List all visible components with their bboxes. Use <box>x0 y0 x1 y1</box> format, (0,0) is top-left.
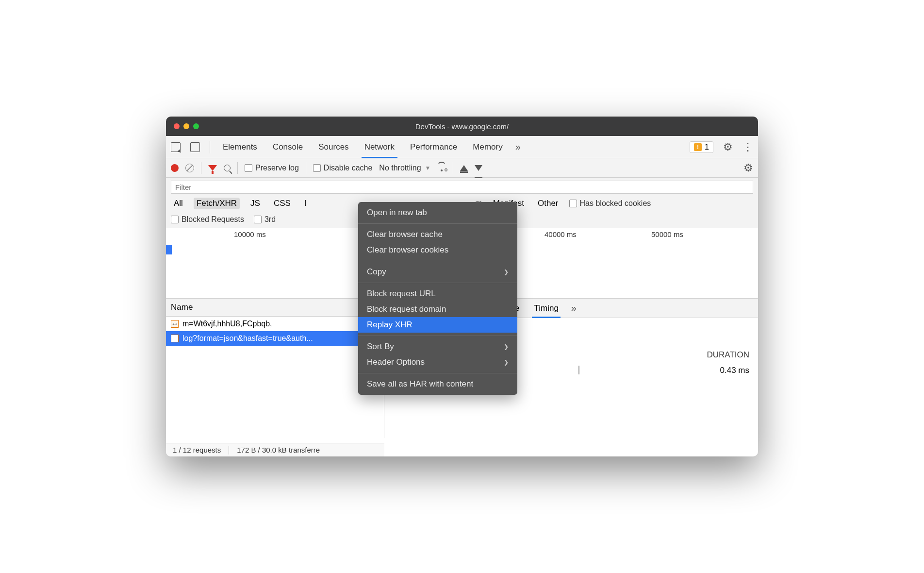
more-tabs-icon[interactable]: » <box>515 141 521 152</box>
menu-sort-by[interactable]: Sort By ❯ <box>358 339 517 354</box>
throttling-select[interactable]: No throttling ▼ <box>379 164 430 172</box>
window-title: DevTools - www.google.com/ <box>415 122 509 131</box>
request-row[interactable]: ↔ m=Wt6vjf,hhhU8,FCpbqb, <box>166 317 384 331</box>
titlebar: DevTools - www.google.com/ <box>166 117 758 136</box>
network-settings-icon[interactable]: ⚙ <box>743 162 753 174</box>
more-detail-tabs-icon[interactable]: » <box>571 303 577 314</box>
network-conditions-icon[interactable]: ⚙ <box>437 165 446 171</box>
preserve-log-checkbox[interactable]: Preserve log <box>245 164 299 172</box>
duration-label: DURATION <box>707 350 749 360</box>
chevron-right-icon: ❯ <box>504 269 509 275</box>
filter-input[interactable] <box>171 181 753 194</box>
chevron-down-icon: ▼ <box>425 165 431 171</box>
close-window-button[interactable] <box>174 123 180 129</box>
filter-js[interactable]: JS <box>248 198 263 209</box>
search-icon[interactable] <box>224 165 231 171</box>
traffic-lights <box>174 123 199 129</box>
disable-cache-checkbox[interactable]: Disable cache <box>313 164 373 172</box>
record-button[interactable] <box>171 164 179 172</box>
context-menu: Open in new tab Clear browser cache Clea… <box>358 202 517 395</box>
issues-badge[interactable]: ! 1 <box>690 141 713 153</box>
request-list-pane: Name ↔ m=Wt6vjf,hhhU8,FCpbqb, log?format… <box>166 299 384 438</box>
request-type-icon <box>171 335 179 342</box>
menu-open-new-tab[interactable]: Open in new tab <box>358 205 517 220</box>
menu-header-options[interactable]: Header Options ❯ <box>358 354 517 370</box>
chevron-right-icon: ❯ <box>504 343 509 350</box>
issues-count: 1 <box>705 143 709 152</box>
checkbox-icon <box>171 216 179 223</box>
request-row-selected[interactable]: log?format=json&hasfast=true&auth... <box>166 331 384 346</box>
time-label-50000: 50000 ms <box>651 230 683 238</box>
tab-elements[interactable]: Elements <box>220 137 260 157</box>
time-label-10000: 10000 ms <box>234 230 266 238</box>
kebab-menu-icon[interactable]: ⋮ <box>742 141 753 153</box>
third-party-label: 3rd <box>264 215 276 224</box>
devtools-window: DevTools - www.google.com/ Elements Cons… <box>166 117 758 456</box>
tab-console[interactable]: Console <box>270 137 306 157</box>
chevron-right-icon: ❯ <box>504 359 509 366</box>
request-type-icon: ↔ <box>171 320 179 328</box>
filter-img-truncated[interactable]: I <box>301 198 310 209</box>
separator <box>210 141 210 153</box>
request-name: m=Wt6vjf,hhhU8,FCpbqb, <box>182 320 272 328</box>
settings-icon[interactable]: ⚙ <box>723 141 733 153</box>
menu-copy[interactable]: Copy ❯ <box>358 264 517 280</box>
name-column-header[interactable]: Name <box>166 299 384 317</box>
filter-other[interactable]: Other <box>535 198 561 209</box>
blocked-requests-checkbox[interactable]: Blocked Requests <box>171 215 244 224</box>
checkbox-icon <box>313 164 321 172</box>
statusbar: 1 / 12 requests 172 B / 30.0 kB transfer… <box>166 443 384 456</box>
queueing-bar <box>578 366 579 374</box>
main-tabs: Elements Console Sources Network Perform… <box>166 136 758 158</box>
blocked-requests-label: Blocked Requests <box>182 215 244 224</box>
request-list: ↔ m=Wt6vjf,hhhU8,FCpbqb, log?format=json… <box>166 317 384 438</box>
checkbox-icon <box>254 216 262 223</box>
menu-block-url[interactable]: Block request URL <box>358 286 517 302</box>
throttling-value: No throttling <box>379 164 421 172</box>
has-blocked-cookies-checkbox[interactable]: Has blocked cookies <box>569 199 651 208</box>
maximize-window-button[interactable] <box>193 123 199 129</box>
menu-block-domain[interactable]: Block request domain <box>358 302 517 317</box>
filter-css[interactable]: CSS <box>271 198 294 209</box>
queueing-duration: 0.43 ms <box>720 366 749 375</box>
import-har-icon[interactable] <box>460 165 468 171</box>
filter-row <box>166 178 758 194</box>
device-emulation-icon[interactable] <box>190 142 200 152</box>
status-transferred: 172 B / 30.0 kB transferre <box>237 446 320 454</box>
has-blocked-cookies-label: Has blocked cookies <box>580 199 651 208</box>
export-har-icon[interactable] <box>475 165 482 171</box>
disable-cache-label: Disable cache <box>324 164 373 172</box>
third-party-checkbox[interactable]: 3rd <box>254 215 276 224</box>
timeline-selection[interactable] <box>166 245 172 254</box>
warning-icon: ! <box>694 143 702 151</box>
filter-toggle-icon[interactable] <box>208 165 217 171</box>
minimize-window-button[interactable] <box>183 123 189 129</box>
time-label-40000: 40000 ms <box>544 230 577 238</box>
tab-network[interactable]: Network <box>362 137 397 157</box>
menu-replay-xhr[interactable]: Replay XHR <box>358 317 517 333</box>
clear-button[interactable] <box>185 164 194 172</box>
preserve-log-label: Preserve log <box>255 164 299 172</box>
network-toolbar: Preserve log Disable cache No throttling… <box>166 158 758 178</box>
filter-all[interactable]: All <box>171 198 186 209</box>
menu-save-har[interactable]: Save all as HAR with content <box>358 376 517 392</box>
checkbox-icon <box>245 164 252 172</box>
checkbox-icon <box>569 200 577 207</box>
inspect-element-icon[interactable] <box>171 142 181 152</box>
request-name: log?format=json&hasfast=true&auth... <box>182 334 313 343</box>
menu-clear-cookies[interactable]: Clear browser cookies <box>358 242 517 258</box>
menu-clear-cache[interactable]: Clear browser cache <box>358 227 517 242</box>
tab-sources[interactable]: Sources <box>315 137 351 157</box>
status-requests: 1 / 12 requests <box>173 446 221 454</box>
tab-timing[interactable]: Timing <box>532 299 560 318</box>
tab-memory[interactable]: Memory <box>470 137 505 157</box>
filter-fetch-xhr[interactable]: Fetch/XHR <box>194 198 240 209</box>
tab-performance[interactable]: Performance <box>407 137 460 157</box>
